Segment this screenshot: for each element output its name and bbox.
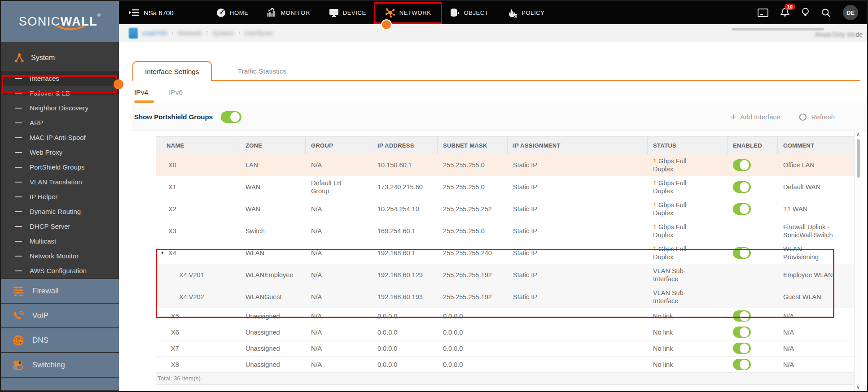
table-row[interactable]: X5 Unassigned N/A 0.0.0.0 0.0.0.0 No lin…: [156, 308, 855, 324]
sidebar-item[interactable]: Dynamic Routing: [1, 204, 119, 219]
sidebar-group-switching[interactable]: Switching: [1, 352, 119, 377]
enabled-toggle[interactable]: [733, 203, 751, 215]
sidebar-item[interactable]: DHCP Server: [1, 219, 119, 234]
group-cell: N/A: [306, 310, 372, 322]
sidebar-item[interactable]: Neighbor Discovery: [1, 100, 119, 115]
user-avatar[interactable]: DE: [843, 5, 858, 20]
breadcrumb-segment[interactable]: Interfaces: [245, 30, 273, 37]
sidebar-group-firewall[interactable]: Firewall: [1, 278, 119, 303]
table-row[interactable]: X4:V201 WLANEmployee N/A 192.168.60.129 …: [156, 264, 855, 286]
table-row[interactable]: X2 WAN N/A 10.254.254.10 255.255.255.252…: [156, 198, 855, 220]
app-window: SONICWALL® System Interfaces Failover & …: [0, 0, 868, 392]
breadcrumb-segment[interactable]: System: [212, 30, 234, 37]
column-header[interactable]: IP ADDRESS: [372, 137, 438, 154]
nav-item-object[interactable]: OBJECT: [440, 1, 498, 24]
breadcrumb-segment[interactable]: Network: [178, 30, 202, 37]
scroll-down-icon[interactable]: ∨: [855, 384, 862, 390]
notifications-bell-icon[interactable]: 10: [780, 8, 789, 17]
horizontal-scrollbar[interactable]: [732, 28, 824, 30]
sidebar-item[interactable]: VLAN Translation: [1, 174, 119, 189]
subtab-ipv4[interactable]: IPv4: [134, 88, 148, 103]
sidebar-item[interactable]: Network Monitor: [1, 248, 119, 263]
enabled-toggle[interactable]: [733, 159, 751, 171]
status-cell: 1 Gbps Full Duplex: [648, 242, 728, 264]
top-navigation-bar: NSa 6700 HOME MONITOR DEVICE NETWORK OBJ…: [119, 1, 867, 24]
tab-interface-settings[interactable]: Interface Settings: [132, 61, 212, 81]
table-row[interactable]: X7 Unassigned N/A 0.0.0.0 0.0.0.0 No lin…: [156, 340, 855, 357]
table-row[interactable]: X6 Unassigned N/A 0.0.0.0 0.0.0.0 No lin…: [156, 324, 855, 340]
breadcrumb-bar: nsa6700 / Network / System / Interfaces …: [119, 24, 867, 42]
portshield-groups-toggle[interactable]: [221, 111, 241, 123]
table-row[interactable]: X3 Switch N/A 169.254.60.1 255.255.255.0…: [156, 220, 855, 242]
nav-item-monitor[interactable]: MONITOR: [258, 1, 319, 24]
ip-assignment-cell: [508, 346, 648, 351]
sidebar-item[interactable]: ARP: [1, 115, 119, 130]
lightbulb-icon[interactable]: [802, 8, 809, 17]
sidebar-item[interactable]: MAC IP Anti-Spoof: [1, 130, 119, 145]
logo-swoosh-icon: [57, 25, 84, 32]
sidebar-item[interactable]: Multicast: [1, 234, 119, 248]
device-name: NSa 6700: [144, 9, 174, 17]
sidebar-item[interactable]: Web Proxy: [1, 145, 119, 160]
sidebar-collapse-cluster[interactable]: NSa 6700: [119, 9, 207, 17]
ip-address-cell: 192.168.60.1: [372, 246, 438, 260]
nav-item-policy[interactable]: POLICY: [498, 1, 554, 24]
add-interface-button[interactable]: + Add Interface: [730, 112, 780, 122]
ip-assignment-cell: Static IP: [508, 268, 648, 282]
sidebar-item[interactable]: PortShield Groups: [1, 160, 119, 174]
breadcrumb-segment[interactable]: nsa6700: [142, 30, 167, 37]
sidebar-group-dns[interactable]: DNS: [1, 327, 119, 352]
add-interface-label: Add Interface: [740, 113, 780, 121]
ip-assignment-cell: Static IP: [508, 246, 648, 260]
name-cell: X8: [156, 358, 240, 371]
column-header[interactable]: ENABLED: [728, 137, 778, 154]
column-header[interactable]: ZONE: [240, 137, 306, 154]
column-header[interactable]: COMMENT: [778, 137, 855, 154]
search-icon[interactable]: [821, 8, 831, 17]
column-header[interactable]: NAME: [156, 137, 240, 154]
console-icon[interactable]: [758, 9, 768, 17]
table-row[interactable]: ▼X4 WLAN N/A 192.168.60.1 255.255.255.24…: [156, 242, 855, 264]
enabled-toggle[interactable]: [733, 181, 751, 193]
nav-item-network[interactable]: NETWORK: [376, 1, 441, 24]
toggle-knob: [740, 182, 749, 192]
expand-arrow-icon[interactable]: ▼: [158, 249, 168, 257]
tab-traffic-statistics[interactable]: Traffic Statistics: [212, 61, 313, 81]
column-header[interactable]: GROUP: [306, 137, 372, 154]
scroll-up-icon[interactable]: ∧: [855, 131, 862, 137]
enabled-toggle[interactable]: [733, 247, 751, 259]
column-header[interactable]: SUBNET MASK: [438, 137, 508, 154]
sidebar-group-voip[interactable]: VoIP: [1, 303, 119, 327]
table-row[interactable]: X1 WAN Default LB Group 173.240.215.60 2…: [156, 176, 855, 198]
group-cell: N/A: [306, 268, 372, 282]
column-header[interactable]: STATUS: [648, 137, 728, 154]
sidebar-item[interactable]: Interfaces: [1, 71, 119, 86]
scrollbar-thumb[interactable]: [857, 139, 860, 178]
nav-label: OBJECT: [464, 9, 488, 16]
status-cell: 1 Gbps Full Duplex: [648, 220, 728, 242]
toggle-knob: [740, 327, 749, 337]
enabled-toggle[interactable]: [733, 343, 751, 354]
sidebar-item-label: DHCP Server: [30, 222, 70, 230]
column-header[interactable]: IP ASSIGNMENT: [508, 137, 648, 154]
table-row[interactable]: X4:V202 WLANGuest N/A 192.168.60.193 255…: [156, 286, 855, 308]
enabled-toggle[interactable]: [733, 327, 751, 338]
enabled-toggle[interactable]: [733, 359, 751, 370]
sidebar-group-label: Firewall: [32, 287, 59, 296]
sidebar-item[interactable]: Failover & LB: [1, 86, 119, 100]
nav-item-home[interactable]: HOME: [207, 1, 258, 24]
subtab-ipv6[interactable]: IPv6: [169, 88, 183, 103]
table-row[interactable]: X0 LAN N/A 10.150.60.1 255.255.255.0 Sta…: [156, 154, 855, 176]
sidebar-section-system[interactable]: System: [1, 42, 119, 67]
enabled-cell: [728, 222, 778, 240]
nav-item-device[interactable]: DEVICE: [320, 1, 376, 24]
enabled-toggle[interactable]: [733, 310, 751, 322]
ip-assignment-cell: Static IP: [508, 202, 648, 216]
table-row[interactable]: X8 Unassigned N/A 0.0.0.0 0.0.0.0 No lin…: [156, 357, 855, 373]
sidebar-item[interactable]: AWS Configuration: [1, 263, 119, 278]
sidebar-item[interactable]: IP Helper: [1, 189, 119, 204]
refresh-button[interactable]: Refresh: [799, 113, 835, 121]
group-cell: N/A: [306, 158, 372, 172]
vertical-scrollbar[interactable]: ∧ ∨: [854, 130, 862, 391]
subnet-mask-cell: 255.255.255.0: [438, 180, 508, 194]
